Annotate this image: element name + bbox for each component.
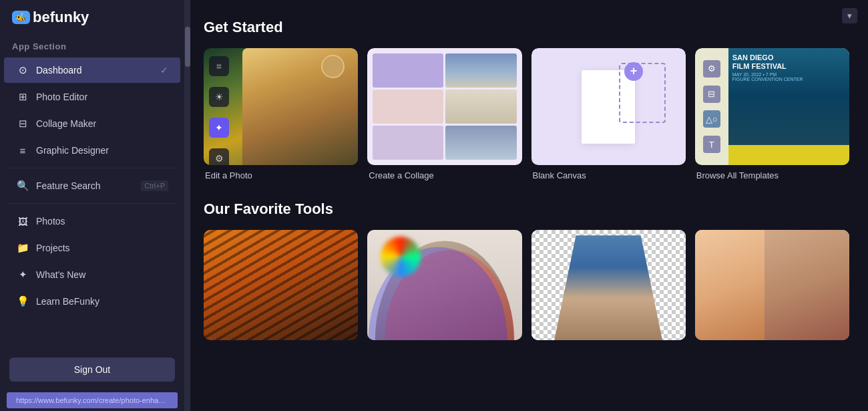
header-dropdown-button[interactable]: ▾ [842,8,857,23]
sidebar-item-photos[interactable]: 🖼 Photos [4,209,180,234]
sidebar-item-collage-maker[interactable]: ⊟ Collage Maker [4,111,180,136]
graphic-designer-icon: ≡ [16,144,29,157]
collage-cell-4 [445,90,516,124]
sidebar-item-label: Projects [36,243,168,253]
glitch-color-burst [381,237,421,277]
card-create-collage[interactable]: Create a Collage [367,48,521,180]
collage-cell-2 [445,53,516,88]
tmpl-layout-icon: ⊟ [703,86,720,103]
sidebar-item-label: Feature Search [36,180,141,191]
card-label: Browse All Templates [695,170,849,180]
tool-icons-overlay: ⌗ ☀ ✦ ⚙ [209,56,229,165]
edit-photo-bg: ⌗ ☀ ✦ ⚙ [204,48,358,165]
shortcut-badge: Ctrl+P [141,180,168,191]
url-bar: https://www.befunky.com/create/photo-enh… [7,392,178,408]
tmpl-shapes-icon: △○ [703,110,720,128]
sidebar-item-label: What's New [36,269,168,280]
crop-tool-icon: ⌗ [209,56,229,76]
collage-maker-icon: ⊟ [16,117,29,130]
collage-cell-1 [373,53,443,88]
sidebar-item-label: Graphic Designer [36,145,168,156]
tmpl-filter-icon: ⚙ [703,60,720,78]
collage-image [367,48,521,165]
effects-tool-icon: ✦ [209,118,229,138]
sidebar-item-label: Collage Maker [36,118,168,129]
get-started-cards: ⌗ ☀ ✦ ⚙ Edit a Photo [204,48,849,180]
collage-cell-3 [373,90,443,124]
tool-card-art-effects[interactable] [204,230,358,340]
adjust-tool-icon: ⚙ [209,148,229,165]
favorite-tools-cards [204,230,849,340]
sidebar-item-projects[interactable]: 📁 Projects [4,235,180,261]
nav-divider-2 [8,203,176,204]
card-blank-canvas[interactable]: + Blank Canvas [531,48,686,180]
sidebar-item-feature-search[interactable]: 🔍 Feature Search Ctrl+P [4,173,180,198]
card-edit-photo[interactable]: ⌗ ☀ ✦ ⚙ Edit a Photo [204,48,358,180]
sidebar-item-label: Photo Editor [36,92,168,102]
whats-new-icon: ✦ [16,268,29,281]
sidebar-item-dashboard[interactable]: ⊙ Dashboard ✓ [4,57,180,83]
card-label: Blank Canvas [531,170,686,180]
poster-yellow-bar [728,145,849,165]
sign-out-button[interactable]: Sign Out [9,358,175,382]
tool-card-face-retoucher[interactable] [695,230,849,340]
tool-card-bg-remover[interactable] [531,230,686,340]
sidebar-item-graphic-designer[interactable]: ≡ Graphic Designer [4,138,180,163]
tiger-bg [204,230,358,340]
tmpl-text-icon: T [703,136,720,153]
nav-divider-1 [8,168,176,168]
logo-icon: 🐝 [12,11,30,24]
sidebar-item-whats-new[interactable]: ✦ What's New [4,262,180,287]
templates-icons: ⚙ ⊟ △○ T [695,48,728,165]
sidebar-scrollbar[interactable] [185,0,190,411]
logo-text: befunky [33,9,89,26]
sidebar-item-learn-befunky[interactable]: 💡 Learn BeFunky [4,289,180,314]
logo-area[interactable]: 🐝 befunky [0,0,184,35]
card-browse-templates[interactable]: ⚙ ⊟ △○ T SAN DIEGOFILM FESTIVAL MAY 20, … [695,48,849,180]
collage-cell-5 [373,126,443,160]
tmpl-poster: SAN DIEGOFILM FESTIVAL MAY 20, 2022 • 7 … [728,48,849,165]
sidebar-scroll-thumb[interactable] [185,27,190,67]
poster-title-text: SAN DIEGOFILM FESTIVAL [728,48,849,72]
sidebar-item-photo-editor[interactable]: ⊞ Photo Editor [4,84,180,110]
collage-cell-6 [445,126,516,160]
templates-bg: ⚙ ⊟ △○ T SAN DIEGOFILM FESTIVAL MAY 20, … [695,48,849,165]
collage-grid [367,48,521,165]
poster-subtitle-text: MAY 20, 2022 • 7 PMFIGURE CONVENTION CEN… [728,72,849,82]
blank-canvas-image: + [531,48,686,165]
photos-icon: 🖼 [16,215,29,228]
face-right-half [765,230,849,340]
get-started-title: Get Started [204,19,849,36]
sidebar-item-label: Photos [36,216,168,227]
check-icon: ✓ [160,65,168,76]
dashed-box [619,63,666,123]
learn-icon: 💡 [16,295,29,308]
favorite-tools-title: Our Favorite Tools [204,200,849,218]
templates-image: ⚙ ⊟ △○ T SAN DIEGOFILM FESTIVAL MAY 20, … [695,48,849,165]
edit-photo-image: ⌗ ☀ ✦ ⚙ [204,48,358,165]
card-label: Create a Collage [367,170,521,180]
projects-icon: 📁 [16,241,29,255]
tool-card-glitch[interactable] [367,230,521,340]
main-content: ▾ Get Started ⌗ ☀ ✦ ⚙ Ed [185,0,868,411]
search-icon: 🔍 [16,179,29,192]
dropdown-arrow-icon: ▾ [847,11,852,21]
card-label: Edit a Photo [204,170,358,180]
sign-out-area: Sign Out [0,350,184,390]
dashboard-icon: ⊙ [16,63,29,77]
sidebar: 🐝 befunky App Section ⊙ Dashboard ✓ ⊞ Ph… [0,0,185,411]
app-section-header: App Section [0,35,184,57]
photo-editor-icon: ⊞ [16,90,29,104]
sidebar-item-label: Learn BeFunky [36,296,168,307]
blank-canvas-bg: + [531,48,686,165]
sun-tool-icon: ☀ [209,87,229,107]
sidebar-item-label: Dashboard [36,65,160,76]
